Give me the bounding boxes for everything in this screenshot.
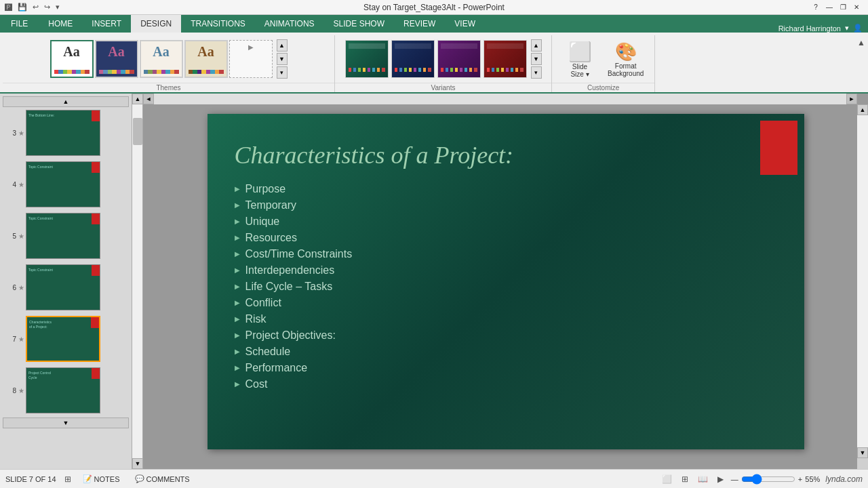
help-button[interactable]: ? bbox=[810, 2, 822, 13]
customize-group-label: Customize bbox=[552, 83, 654, 92]
variant-3[interactable] bbox=[437, 40, 481, 78]
format-background-button[interactable]: 🎨 FormatBackground bbox=[608, 41, 644, 77]
collapse-ribbon-button[interactable]: ▲ bbox=[857, 38, 865, 47]
bullet-temporary[interactable]: Temporary bbox=[235, 199, 777, 211]
panel-scroll-down[interactable]: ▼ bbox=[3, 418, 129, 428]
hscroll-right[interactable]: ► bbox=[846, 94, 857, 104]
bullet-unique[interactable]: Unique bbox=[235, 216, 777, 228]
bullet-risk[interactable]: Risk bbox=[235, 313, 777, 325]
hscroll-left[interactable]: ◄ bbox=[143, 94, 154, 104]
slide-size-button[interactable]: ⬜ SlideSize ▾ bbox=[563, 41, 597, 78]
theme-1[interactable]: Aa bbox=[50, 40, 94, 78]
variants-more-arrow[interactable]: ▾ bbox=[531, 66, 542, 79]
bullet-schedule[interactable]: Schedule bbox=[235, 346, 777, 358]
tab-animations[interactable]: ANIMATIONS bbox=[255, 15, 324, 33]
app-icon: 🅿 bbox=[3, 3, 14, 12]
zoom-level[interactable]: 55% bbox=[805, 475, 820, 483]
ribbon-area: Aa Aa bbox=[0, 33, 868, 94]
tab-design[interactable]: DESIGN bbox=[131, 15, 181, 33]
close-button[interactable]: ✕ bbox=[850, 2, 863, 13]
zoom-out-button[interactable]: — bbox=[731, 475, 738, 483]
bullet-interdependencies[interactable]: Interdependencies bbox=[235, 264, 777, 277]
themes-row: Aa Aa bbox=[50, 40, 273, 78]
slide-item-6[interactable]: 6 ★ Topic Constraint bbox=[3, 263, 129, 312]
theme-3[interactable]: Aa bbox=[140, 40, 183, 78]
restore-button[interactable]: ❐ bbox=[837, 2, 849, 13]
theme-5[interactable]: ▶ bbox=[229, 40, 273, 78]
tab-view[interactable]: VIEW bbox=[445, 15, 485, 33]
customize-button[interactable]: ▾ bbox=[54, 2, 62, 12]
panel-vscroll-up[interactable]: ▲ bbox=[132, 94, 143, 104]
bullet-lifecycle[interactable]: Life Cycle – Tasks bbox=[235, 281, 777, 293]
tab-transitions[interactable]: TRANSITIONS bbox=[181, 15, 255, 33]
slide-thumb-5[interactable]: Topic Constraint bbox=[26, 213, 100, 259]
slide-sorter-button[interactable]: ⊞ bbox=[679, 474, 690, 485]
slide-thumb-6[interactable]: Topic Constraint bbox=[26, 264, 100, 310]
save-button[interactable]: 💾 bbox=[16, 2, 29, 12]
themes-down-arrow[interactable]: ▼ bbox=[277, 53, 288, 65]
slide-item-5[interactable]: 5 ★ Topic Constraint bbox=[3, 211, 129, 260]
slide-item-4[interactable]: 4 ★ Topic Constraint bbox=[3, 160, 129, 209]
panel-vscroll-track bbox=[132, 104, 142, 458]
undo-button[interactable]: ↩ bbox=[31, 2, 41, 12]
bullet-project-objectives[interactable]: Project Objectives: bbox=[235, 329, 777, 342]
main-area: ▲ 3 ★ The Bottom Line: 4 ★ Topic Constra… bbox=[0, 94, 868, 469]
variants-down-arrow[interactable]: ▼ bbox=[531, 53, 542, 65]
slide-panel-toggle[interactable]: ⊞ bbox=[64, 474, 71, 484]
themes-group-label: Themes bbox=[3, 83, 334, 92]
slide-item-7[interactable]: 7 ★ Characteristicsof a Project: bbox=[3, 314, 129, 363]
main-slide[interactable]: Characteristics of a Project: Purpose Te… bbox=[208, 114, 804, 449]
slide-thumb-8[interactable]: Project ControlCycle bbox=[26, 367, 100, 413]
bullet-conflict[interactable]: Conflict bbox=[235, 297, 777, 309]
right-controls: ⬜ ⊞ 📖 ▶ — + 55% lynda.com bbox=[660, 474, 863, 485]
account-avatar: 👤 bbox=[853, 24, 863, 33]
variants-group: ▲ ▼ ▾ Variants bbox=[335, 35, 552, 92]
slide-thumb-7[interactable]: Characteristicsof a Project: bbox=[26, 316, 100, 362]
bullet-performance[interactable]: Performance bbox=[235, 362, 777, 374]
bullet-cost[interactable]: Cost bbox=[235, 378, 777, 390]
reading-view-button[interactable]: 📖 bbox=[696, 474, 710, 485]
tab-slideshow[interactable]: SLIDE SHOW bbox=[324, 15, 394, 33]
slide-thumb-3[interactable]: The Bottom Line: bbox=[26, 110, 100, 156]
comments-icon: 💬 bbox=[135, 474, 144, 483]
tab-review[interactable]: REVIEW bbox=[394, 15, 445, 33]
slideshow-button[interactable]: ▶ bbox=[715, 474, 726, 485]
right-scrollbar: ▲ ▼ bbox=[857, 104, 868, 469]
format-bg-icon: 🎨 bbox=[615, 41, 637, 62]
tab-home[interactable]: HOME bbox=[39, 15, 82, 33]
slide-corner-3 bbox=[92, 110, 100, 121]
slide-item-3[interactable]: 3 ★ The Bottom Line: bbox=[3, 108, 129, 157]
themes-up-arrow[interactable]: ▲ bbox=[277, 39, 288, 52]
slide-item-8[interactable]: 8 ★ Project ControlCycle bbox=[3, 366, 129, 415]
variants-up-arrow[interactable]: ▲ bbox=[531, 39, 542, 52]
zoom-slider[interactable] bbox=[741, 476, 795, 482]
window-controls: ? — ❐ ✕ bbox=[810, 2, 863, 13]
account-chevron[interactable]: ▾ bbox=[845, 24, 849, 33]
variant-1[interactable] bbox=[345, 40, 389, 78]
theme-2[interactable]: Aa bbox=[95, 40, 138, 78]
themes-more-arrow[interactable]: ▾ bbox=[277, 66, 288, 79]
bullet-cost-time[interactable]: Cost/Time Constraints bbox=[235, 248, 777, 260]
slide-thumb-4[interactable]: Topic Constraint bbox=[26, 161, 100, 207]
theme-4[interactable]: Aa bbox=[184, 40, 228, 78]
normal-view-button[interactable]: ⬜ bbox=[660, 474, 674, 485]
panel-scroll-up[interactable]: ▲ bbox=[3, 96, 129, 107]
slide-corner-8 bbox=[92, 368, 100, 379]
panel-vscroll-down[interactable]: ▼ bbox=[132, 458, 143, 469]
notes-button[interactable]: 📝 NOTES bbox=[79, 474, 123, 484]
variant-4[interactable] bbox=[484, 40, 527, 78]
redo-button[interactable]: ↪ bbox=[42, 2, 52, 12]
account-name[interactable]: Richard Harrington bbox=[778, 24, 841, 33]
bullet-purpose[interactable]: Purpose bbox=[235, 183, 777, 195]
panel-vscroll-thumb[interactable] bbox=[133, 118, 142, 145]
vscroll-up[interactable]: ▲ bbox=[857, 104, 868, 115]
slide-title[interactable]: Characteristics of a Project: bbox=[208, 114, 804, 183]
minimize-button[interactable]: — bbox=[823, 2, 835, 13]
comments-button[interactable]: 💬 COMMENTS bbox=[132, 474, 193, 484]
tab-file[interactable]: FILE bbox=[0, 15, 39, 33]
zoom-in-button[interactable]: + bbox=[798, 475, 802, 483]
variant-2[interactable] bbox=[391, 40, 435, 78]
tab-insert[interactable]: INSERT bbox=[82, 15, 131, 33]
vscroll-down[interactable]: ▼ bbox=[857, 447, 868, 458]
bullet-resources[interactable]: Resources bbox=[235, 232, 777, 244]
